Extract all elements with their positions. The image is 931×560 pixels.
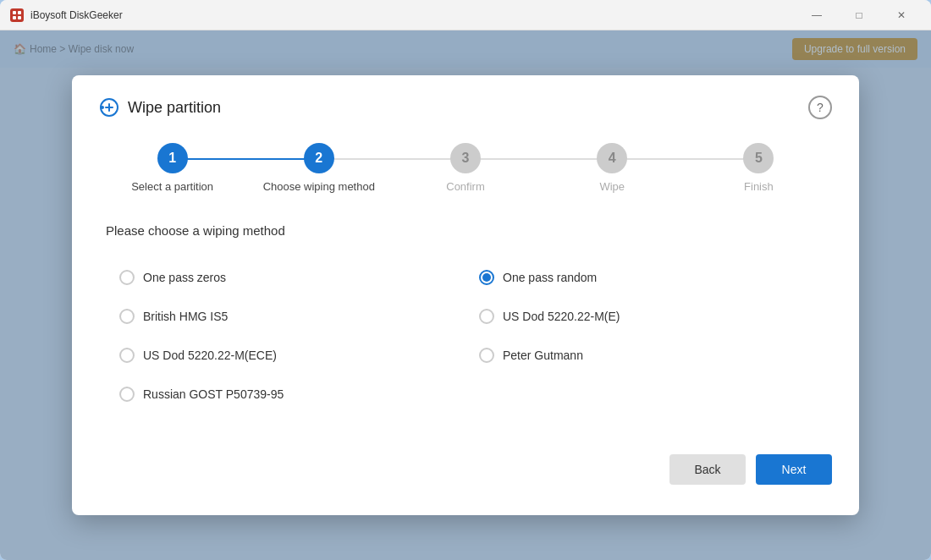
svg-rect-2 xyxy=(13,16,16,19)
option-peter-gutmann-label: Peter Gutmann xyxy=(503,349,583,362)
option-us-dod-ece-label: US Dod 5220.22-M(ECE) xyxy=(143,349,277,362)
radio-us-dod-ece xyxy=(119,348,135,363)
option-us-dod-e-label: US Dod 5220.22-M(E) xyxy=(503,310,620,323)
step-2-label: Choose wiping method xyxy=(263,180,375,193)
radio-one-pass-random xyxy=(479,270,494,285)
svg-point-5 xyxy=(101,106,104,109)
step-5-circle: 5 xyxy=(743,143,774,173)
app-icon xyxy=(10,8,24,22)
app-window: iBoysoft DiskGeeker — □ ✕ 🏠 Home > Wipe … xyxy=(0,0,931,560)
step-3: 3 Confirm xyxy=(392,143,538,193)
step-5-label: Finish xyxy=(744,180,774,193)
maximize-button[interactable]: □ xyxy=(840,3,879,28)
option-russian-gost[interactable]: Russian GOST P50739-95 xyxy=(106,375,466,414)
step-5: 5 Finish xyxy=(686,143,832,193)
step-2: 2 Choose wiping method xyxy=(245,143,392,193)
radio-us-dod-e xyxy=(479,309,494,324)
option-one-pass-zeros-label: One pass zeros xyxy=(143,271,226,284)
radio-one-pass-random-fill xyxy=(482,273,491,282)
title-bar-left: iBoysoft DiskGeeker xyxy=(10,8,123,22)
dialog-title: Wipe partition xyxy=(99,97,221,118)
step-3-circle: 3 xyxy=(450,143,481,173)
title-bar-controls: — □ ✕ xyxy=(797,3,921,28)
minimize-button[interactable]: — xyxy=(797,3,836,28)
radio-british-hmg xyxy=(119,309,135,324)
app-title: iBoysoft DiskGeeker xyxy=(30,9,123,21)
step-4-label: Wipe xyxy=(599,180,625,193)
dialog-footer: Back Next xyxy=(99,454,832,485)
radio-russian-gost xyxy=(119,387,135,402)
back-button[interactable]: Back xyxy=(669,454,746,485)
title-bar: iBoysoft DiskGeeker — □ ✕ xyxy=(0,0,931,30)
step-1-label: Select a partition xyxy=(131,180,213,193)
option-peter-gutmann[interactable]: Peter Gutmann xyxy=(466,336,825,375)
wipe-icon xyxy=(99,97,119,118)
option-one-pass-zeros[interactable]: One pass zeros xyxy=(106,258,466,297)
step-3-label: Confirm xyxy=(446,180,485,193)
help-button[interactable]: ? xyxy=(808,96,832,119)
section-title: Please choose a wiping method xyxy=(106,223,825,238)
option-us-dod-e[interactable]: US Dod 5220.22-M(E) xyxy=(466,297,825,336)
option-one-pass-random-label: One pass random xyxy=(503,271,597,284)
modal-overlay: Wipe partition ? 1 Select a partition 2 xyxy=(0,30,931,560)
step-4-circle: 4 xyxy=(597,143,627,173)
step-1-circle: 1 xyxy=(157,143,188,173)
option-one-pass-random[interactable]: One pass random xyxy=(466,258,825,297)
svg-rect-0 xyxy=(13,11,16,14)
step-1: 1 Select a partition xyxy=(99,143,245,193)
option-russian-gost-label: Russian GOST P50739-95 xyxy=(143,387,284,401)
option-british-hmg-label: British HMG IS5 xyxy=(143,310,228,323)
options-grid: One pass zeros One pass random B xyxy=(106,258,825,414)
step-4: 4 Wipe xyxy=(539,143,686,193)
close-button[interactable]: ✕ xyxy=(882,3,921,28)
dialog-content: Please choose a wiping method One pass z… xyxy=(99,223,832,414)
wipe-partition-dialog: Wipe partition ? 1 Select a partition 2 xyxy=(72,75,859,515)
option-british-hmg[interactable]: British HMG IS5 xyxy=(106,297,466,336)
option-us-dod-ece[interactable]: US Dod 5220.22-M(ECE) xyxy=(106,336,466,375)
radio-one-pass-zeros xyxy=(119,270,135,285)
radio-peter-gutmann xyxy=(479,348,494,363)
app-body: 🏠 Home > Wipe disk now Upgrade to full v… xyxy=(0,30,931,560)
dialog-header: Wipe partition ? xyxy=(99,96,832,119)
next-button[interactable]: Next xyxy=(756,454,832,485)
step-2-circle: 2 xyxy=(304,143,334,173)
svg-rect-3 xyxy=(18,16,21,19)
stepper: 1 Select a partition 2 Choose wiping met… xyxy=(99,143,832,193)
svg-rect-1 xyxy=(18,11,21,14)
